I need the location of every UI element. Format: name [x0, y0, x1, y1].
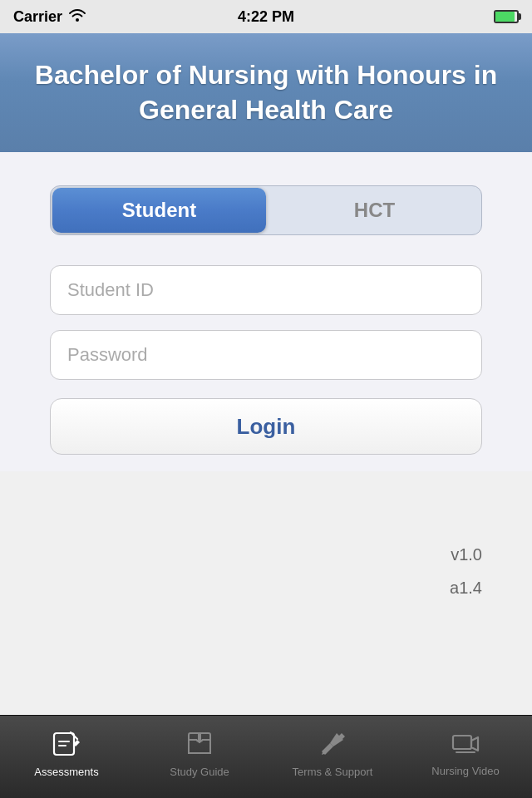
tab-assessments[interactable]: Assessments [0, 716, 133, 798]
tab-study-guide-label: Study Guide [170, 766, 229, 778]
main-content: Student HCT Login [0, 152, 532, 471]
tab-assessments-label: Assessments [34, 766, 98, 778]
nursing-video-icon [451, 732, 480, 760]
version-area: v1.0 a1.4 [0, 471, 532, 604]
app-header: Bachelor of Nursing with Honours in Gene… [0, 33, 532, 152]
assessments-icon [52, 732, 81, 761]
tab-bar: Assessments Study Guide Terms & Support [0, 715, 532, 798]
password-input[interactable] [50, 330, 482, 380]
svg-rect-0 [54, 733, 74, 755]
tab-nursing-video[interactable]: Nursing Video [399, 716, 532, 798]
version-a: a1.4 [50, 571, 482, 604]
carrier-wifi: Carrier [13, 8, 86, 26]
battery-icon [494, 10, 519, 23]
svg-rect-1 [453, 736, 471, 749]
segment-hct[interactable]: HCT [268, 186, 481, 234]
login-button[interactable]: Login [50, 398, 482, 455]
terms-support-icon [318, 732, 347, 761]
app-title: Bachelor of Nursing with Honours in Gene… [33, 58, 499, 127]
student-id-input[interactable] [50, 265, 482, 315]
tab-terms-support-label: Terms & Support [293, 766, 373, 778]
study-guide-icon [185, 732, 214, 761]
status-bar: Carrier 4:22 PM [0, 0, 532, 33]
battery-area [494, 10, 519, 23]
time-display: 4:22 PM [238, 8, 294, 26]
segmented-control[interactable]: Student HCT [50, 185, 482, 235]
version-v: v1.0 [50, 538, 482, 571]
carrier-label: Carrier [13, 8, 62, 26]
tab-study-guide[interactable]: Study Guide [133, 716, 266, 798]
tab-nursing-video-label: Nursing Video [431, 765, 499, 777]
battery-fill [495, 12, 515, 22]
tab-terms-support[interactable]: Terms & Support [266, 716, 399, 798]
segment-student[interactable]: Student [52, 188, 266, 233]
wifi-icon [69, 8, 86, 26]
